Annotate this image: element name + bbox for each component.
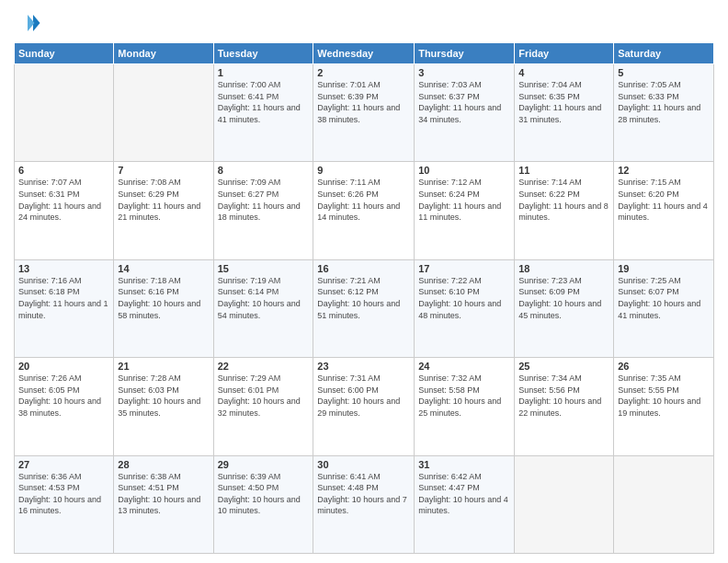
header xyxy=(14,9,714,37)
weekday-header-thursday: Thursday xyxy=(415,43,515,64)
day-info: Sunrise: 7:23 AM Sunset: 6:09 PM Dayligh… xyxy=(518,275,609,321)
day-info: Sunrise: 7:32 AM Sunset: 5:58 PM Dayligh… xyxy=(418,373,510,419)
day-info: Sunrise: 6:38 AM Sunset: 4:51 PM Dayligh… xyxy=(118,471,209,517)
calendar-cell: 15Sunrise: 7:19 AM Sunset: 6:14 PM Dayli… xyxy=(213,259,313,357)
day-number: 1 xyxy=(218,67,310,78)
day-info: Sunrise: 7:26 AM Sunset: 6:05 PM Dayligh… xyxy=(18,373,109,419)
day-number: 9 xyxy=(317,165,410,176)
day-info: Sunrise: 7:14 AM Sunset: 6:22 PM Dayligh… xyxy=(518,177,609,223)
day-info: Sunrise: 7:18 AM Sunset: 6:16 PM Dayligh… xyxy=(118,275,209,321)
day-info: Sunrise: 7:22 AM Sunset: 6:10 PM Dayligh… xyxy=(418,275,510,321)
calendar-cell: 30Sunrise: 6:41 AM Sunset: 4:48 PM Dayli… xyxy=(313,455,415,553)
day-number: 20 xyxy=(18,361,109,372)
day-number: 28 xyxy=(118,459,209,470)
weekday-header-sunday: Sunday xyxy=(15,43,114,64)
day-number: 23 xyxy=(317,361,410,372)
calendar-cell: 8Sunrise: 7:09 AM Sunset: 6:27 PM Daylig… xyxy=(213,162,313,259)
day-number: 12 xyxy=(618,165,710,176)
calendar-cell: 19Sunrise: 7:25 AM Sunset: 6:07 PM Dayli… xyxy=(614,259,714,357)
day-number: 14 xyxy=(118,263,209,274)
weekday-header-row: SundayMondayTuesdayWednesdayThursdayFrid… xyxy=(15,43,714,64)
day-number: 26 xyxy=(618,361,710,372)
day-info: Sunrise: 6:39 AM Sunset: 4:50 PM Dayligh… xyxy=(218,471,310,517)
calendar-cell: 17Sunrise: 7:22 AM Sunset: 6:10 PM Dayli… xyxy=(415,259,515,357)
day-number: 31 xyxy=(418,459,510,470)
weekday-header-saturday: Saturday xyxy=(614,43,714,64)
calendar-cell: 4Sunrise: 7:04 AM Sunset: 6:35 PM Daylig… xyxy=(515,64,614,162)
calendar-cell: 22Sunrise: 7:29 AM Sunset: 6:01 PM Dayli… xyxy=(213,358,313,455)
calendar-cell xyxy=(515,455,614,553)
day-number: 2 xyxy=(317,67,410,78)
day-info: Sunrise: 7:07 AM Sunset: 6:31 PM Dayligh… xyxy=(18,177,109,223)
day-info: Sunrise: 7:15 AM Sunset: 6:20 PM Dayligh… xyxy=(618,177,710,223)
calendar-cell: 20Sunrise: 7:26 AM Sunset: 6:05 PM Dayli… xyxy=(15,358,114,455)
day-number: 16 xyxy=(317,263,410,274)
calendar-cell: 23Sunrise: 7:31 AM Sunset: 6:00 PM Dayli… xyxy=(313,358,415,455)
day-number: 8 xyxy=(218,165,310,176)
calendar-cell: 16Sunrise: 7:21 AM Sunset: 6:12 PM Dayli… xyxy=(313,259,415,357)
day-info: Sunrise: 7:29 AM Sunset: 6:01 PM Dayligh… xyxy=(218,373,310,419)
day-info: Sunrise: 7:28 AM Sunset: 6:03 PM Dayligh… xyxy=(118,373,209,419)
calendar-cell: 9Sunrise: 7:11 AM Sunset: 6:26 PM Daylig… xyxy=(313,162,415,259)
day-number: 30 xyxy=(317,459,410,470)
day-number: 10 xyxy=(418,165,510,176)
day-number: 4 xyxy=(518,67,609,78)
day-number: 29 xyxy=(218,459,310,470)
day-info: Sunrise: 7:34 AM Sunset: 5:56 PM Dayligh… xyxy=(518,373,609,419)
day-info: Sunrise: 7:01 AM Sunset: 6:39 PM Dayligh… xyxy=(317,79,410,125)
calendar-cell: 18Sunrise: 7:23 AM Sunset: 6:09 PM Dayli… xyxy=(515,259,614,357)
calendar-week-row: 6Sunrise: 7:07 AM Sunset: 6:31 PM Daylig… xyxy=(15,162,714,259)
day-number: 21 xyxy=(118,361,209,372)
calendar-week-row: 27Sunrise: 6:36 AM Sunset: 4:53 PM Dayli… xyxy=(15,455,714,553)
day-number: 5 xyxy=(618,67,710,78)
logo xyxy=(14,9,45,37)
day-number: 7 xyxy=(118,165,209,176)
calendar-cell: 7Sunrise: 7:08 AM Sunset: 6:29 PM Daylig… xyxy=(114,162,213,259)
day-info: Sunrise: 7:25 AM Sunset: 6:07 PM Dayligh… xyxy=(618,275,710,321)
day-info: Sunrise: 7:08 AM Sunset: 6:29 PM Dayligh… xyxy=(118,177,209,223)
day-number: 24 xyxy=(418,361,510,372)
day-info: Sunrise: 7:05 AM Sunset: 6:33 PM Dayligh… xyxy=(618,79,710,125)
calendar-cell: 5Sunrise: 7:05 AM Sunset: 6:33 PM Daylig… xyxy=(614,64,714,162)
calendar-cell: 3Sunrise: 7:03 AM Sunset: 6:37 PM Daylig… xyxy=(415,64,515,162)
calendar-cell: 21Sunrise: 7:28 AM Sunset: 6:03 PM Dayli… xyxy=(114,358,213,455)
day-info: Sunrise: 7:19 AM Sunset: 6:14 PM Dayligh… xyxy=(218,275,310,321)
day-number: 13 xyxy=(18,263,109,274)
weekday-header-monday: Monday xyxy=(114,43,213,64)
calendar-cell: 1Sunrise: 7:00 AM Sunset: 6:41 PM Daylig… xyxy=(213,64,313,162)
calendar-cell: 25Sunrise: 7:34 AM Sunset: 5:56 PM Dayli… xyxy=(515,358,614,455)
weekday-header-friday: Friday xyxy=(515,43,614,64)
calendar-cell xyxy=(15,64,114,162)
calendar-cell: 6Sunrise: 7:07 AM Sunset: 6:31 PM Daylig… xyxy=(15,162,114,259)
day-info: Sunrise: 6:41 AM Sunset: 4:48 PM Dayligh… xyxy=(317,471,410,517)
calendar-cell: 13Sunrise: 7:16 AM Sunset: 6:18 PM Dayli… xyxy=(15,259,114,357)
weekday-header-tuesday: Tuesday xyxy=(213,43,313,64)
day-number: 11 xyxy=(518,165,609,176)
calendar-week-row: 20Sunrise: 7:26 AM Sunset: 6:05 PM Dayli… xyxy=(15,358,714,455)
calendar-cell: 10Sunrise: 7:12 AM Sunset: 6:24 PM Dayli… xyxy=(415,162,515,259)
weekday-header-wednesday: Wednesday xyxy=(313,43,415,64)
calendar-cell: 28Sunrise: 6:38 AM Sunset: 4:51 PM Dayli… xyxy=(114,455,213,553)
day-info: Sunrise: 7:09 AM Sunset: 6:27 PM Dayligh… xyxy=(218,177,310,223)
page: SundayMondayTuesdayWednesdayThursdayFrid… xyxy=(0,0,728,563)
calendar-cell: 31Sunrise: 6:42 AM Sunset: 4:47 PM Dayli… xyxy=(415,455,515,553)
calendar-cell: 27Sunrise: 6:36 AM Sunset: 4:53 PM Dayli… xyxy=(15,455,114,553)
calendar-cell: 26Sunrise: 7:35 AM Sunset: 5:55 PM Dayli… xyxy=(614,358,714,455)
day-info: Sunrise: 7:35 AM Sunset: 5:55 PM Dayligh… xyxy=(618,373,710,419)
day-info: Sunrise: 7:21 AM Sunset: 6:12 PM Dayligh… xyxy=(317,275,410,321)
day-info: Sunrise: 7:00 AM Sunset: 6:41 PM Dayligh… xyxy=(218,79,310,125)
day-info: Sunrise: 7:04 AM Sunset: 6:35 PM Dayligh… xyxy=(518,79,609,125)
logo-icon xyxy=(14,9,41,37)
calendar-cell: 11Sunrise: 7:14 AM Sunset: 6:22 PM Dayli… xyxy=(515,162,614,259)
calendar-cell: 12Sunrise: 7:15 AM Sunset: 6:20 PM Dayli… xyxy=(614,162,714,259)
calendar-table: SundayMondayTuesdayWednesdayThursdayFrid… xyxy=(14,42,714,554)
calendar-cell: 24Sunrise: 7:32 AM Sunset: 5:58 PM Dayli… xyxy=(415,358,515,455)
day-number: 6 xyxy=(18,165,109,176)
day-info: Sunrise: 7:12 AM Sunset: 6:24 PM Dayligh… xyxy=(418,177,510,223)
day-number: 19 xyxy=(618,263,710,274)
day-info: Sunrise: 7:11 AM Sunset: 6:26 PM Dayligh… xyxy=(317,177,410,223)
calendar-week-row: 13Sunrise: 7:16 AM Sunset: 6:18 PM Dayli… xyxy=(15,259,714,357)
day-info: Sunrise: 6:36 AM Sunset: 4:53 PM Dayligh… xyxy=(18,471,109,517)
calendar-cell xyxy=(114,64,213,162)
day-number: 27 xyxy=(18,459,109,470)
